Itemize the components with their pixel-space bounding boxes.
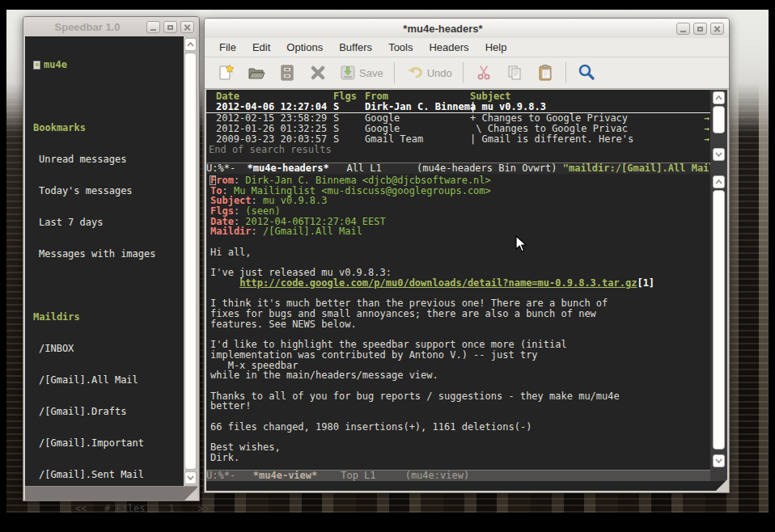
emacs-frame: Date Flgs From Subject 2012-04-06 12:27:… bbox=[206, 90, 727, 491]
toolbar-separator bbox=[463, 62, 464, 83]
sidebar-item-sent-mail[interactable]: /[Gmail].Sent Mail bbox=[33, 470, 184, 480]
chevron-down-icon bbox=[187, 475, 194, 480]
file-cabinet-icon bbox=[278, 64, 296, 82]
minimize-button[interactable] bbox=[676, 23, 690, 35]
minimize-icon bbox=[680, 31, 686, 32]
sidebar-item-unread-messages[interactable]: Unread messages bbox=[33, 154, 184, 165]
close-button[interactable] bbox=[710, 23, 724, 35]
truncation-arrow-icon: → bbox=[704, 113, 709, 124]
toolbar-separator bbox=[394, 62, 395, 83]
menu-help[interactable]: Help bbox=[477, 41, 515, 53]
menu-edit[interactable]: Edit bbox=[244, 41, 278, 53]
minibuffer[interactable] bbox=[206, 481, 727, 491]
scroll-up-button[interactable] bbox=[713, 91, 725, 104]
message-body-top: Hi all, I've just released mu v0.9.8.3: bbox=[210, 237, 710, 278]
search-button[interactable] bbox=[572, 60, 601, 86]
sidebar-item-inbox[interactable]: /INBOX bbox=[33, 344, 184, 354]
menu-options[interactable]: Options bbox=[278, 41, 331, 53]
undo-icon bbox=[405, 64, 425, 82]
message-view-pane: From: Dirk-Jan C. Binnema <djcb@djcbsoft… bbox=[206, 174, 710, 470]
new-file-icon bbox=[217, 64, 235, 82]
message-row[interactable]: 2009-03-23 20:03:57 S Gmail Team | Gmail… bbox=[206, 134, 710, 145]
speedbar-node-icon[interactable] bbox=[33, 61, 40, 70]
maildirs-header: Maildirs bbox=[33, 312, 184, 323]
sidebar-item-last-7-days[interactable]: Last 7 days bbox=[33, 217, 184, 228]
headers-scrollbar[interactable] bbox=[713, 90, 725, 163]
save-icon bbox=[339, 64, 357, 82]
headers-mode-line: U:%*- *mu4e-headers* All L1 (mu4e-header… bbox=[206, 163, 710, 174]
scroll-thumb[interactable] bbox=[713, 106, 725, 133]
chevron-down-icon bbox=[715, 458, 722, 463]
search-icon bbox=[577, 63, 596, 82]
sidebar-item-drafts[interactable]: /[Gmail].Drafts bbox=[33, 407, 184, 417]
paste-button[interactable] bbox=[531, 60, 560, 86]
menu-tools[interactable]: Tools bbox=[380, 41, 421, 53]
mu4e-titlebar[interactable]: *mu4e-headers* bbox=[205, 19, 729, 38]
undo-button[interactable]: Undo bbox=[400, 60, 457, 86]
buffer-name: *mu4e-headers* bbox=[248, 163, 329, 174]
truncation-arrow-icon: → bbox=[704, 134, 709, 145]
chevron-down-icon bbox=[715, 152, 722, 157]
open-file-button[interactable] bbox=[242, 60, 271, 86]
chevron-up-icon bbox=[715, 95, 722, 100]
truncation-arrow-icon: → bbox=[704, 124, 709, 134]
maximize-button[interactable] bbox=[163, 21, 177, 33]
end-of-search-results: End of search results bbox=[206, 145, 710, 155]
view-mode-line: U:%*- *mu4e-view* Top L1 (mu4e:view) bbox=[206, 470, 710, 481]
sidebar-item-important[interactable]: /[Gmail].Important bbox=[33, 438, 184, 449]
menu-file[interactable]: File bbox=[211, 41, 244, 53]
save-button[interactable]: Save bbox=[334, 60, 388, 86]
sidebar-item-all-mail[interactable]: /[Gmail].All Mail bbox=[33, 375, 184, 386]
speedbar-scrollbar[interactable] bbox=[184, 36, 197, 486]
text-cursor bbox=[210, 175, 216, 185]
new-file-button[interactable] bbox=[211, 60, 240, 86]
field-maildir: Maildir: /[Gmail].All Mail bbox=[210, 226, 710, 237]
speedbar-status-bar[interactable]: << # Files 1 >> bbox=[25, 486, 197, 500]
menu-buffers[interactable]: Buffers bbox=[331, 41, 380, 53]
scroll-up-button[interactable] bbox=[713, 175, 725, 188]
menu-bar: File Edit Options Buffers Tools Headers … bbox=[205, 38, 729, 57]
view-scrollbar[interactable] bbox=[713, 174, 725, 470]
message-row-selected[interactable]: 2012-04-06 12:27:04 S Dirk-Jan C. Binnem… bbox=[206, 102, 710, 113]
scroll-up-button[interactable] bbox=[184, 38, 197, 51]
minimize-button[interactable] bbox=[146, 21, 160, 33]
chevron-up-icon bbox=[187, 42, 194, 47]
toolbar: Save Undo bbox=[205, 57, 729, 89]
maximize-button[interactable] bbox=[693, 23, 707, 35]
paste-clipboard-icon bbox=[536, 64, 554, 82]
scroll-down-button[interactable] bbox=[184, 471, 197, 484]
save-button-label: Save bbox=[359, 67, 383, 79]
sidebar-item-messages-with-images[interactable]: Messages with images bbox=[33, 249, 184, 260]
undo-button-label: Undo bbox=[427, 67, 452, 79]
menu-headers[interactable]: Headers bbox=[421, 41, 476, 53]
close-x-icon bbox=[309, 64, 327, 82]
speedbar-root-label: mu4e bbox=[44, 60, 67, 70]
scroll-thumb[interactable] bbox=[713, 190, 725, 450]
download-link[interactable]: http://code.google.com/p/mu0/downloads/d… bbox=[239, 277, 637, 289]
message-body-bottom: I think it's much better than the previo… bbox=[210, 289, 710, 463]
copy-button[interactable] bbox=[500, 60, 529, 86]
resize-grip[interactable] bbox=[184, 488, 197, 500]
speedbar-root-mu4e[interactable]: mu4e bbox=[33, 60, 184, 70]
scroll-down-button[interactable] bbox=[713, 148, 725, 161]
mu4e-window-title: *mu4e-headers* bbox=[210, 23, 676, 35]
scissors-icon bbox=[475, 64, 493, 82]
close-buffer-button[interactable] bbox=[303, 60, 332, 86]
close-button[interactable] bbox=[180, 21, 194, 33]
sidebar-item-todays-messages[interactable]: Today's messages bbox=[33, 186, 184, 196]
scroll-down-button[interactable] bbox=[713, 454, 725, 467]
file-cabinet-button[interactable] bbox=[273, 60, 302, 86]
speedbar-window: Speedbar 1.0 mu4e Bookmarks Unread messa… bbox=[23, 16, 200, 501]
mu4e-scrollbar-column bbox=[710, 90, 727, 481]
scroll-thumb[interactable] bbox=[184, 53, 197, 470]
message-link-line: http://code.google.com/p/mu0/downloads/d… bbox=[210, 278, 710, 289]
toolbar-separator bbox=[565, 62, 566, 83]
speedbar-content: mu4e Bookmarks Unread messages Today's m… bbox=[25, 36, 184, 486]
mouse-cursor bbox=[515, 235, 527, 252]
open-folder-icon bbox=[247, 64, 266, 82]
speedbar-window-title: Speedbar 1.0 bbox=[28, 21, 146, 33]
link-footnote-ref: [1] bbox=[637, 277, 654, 289]
cut-button[interactable] bbox=[469, 60, 498, 86]
speedbar-titlebar[interactable]: Speedbar 1.0 bbox=[23, 17, 199, 36]
column-header-subject[interactable]: Subject bbox=[470, 91, 710, 102]
